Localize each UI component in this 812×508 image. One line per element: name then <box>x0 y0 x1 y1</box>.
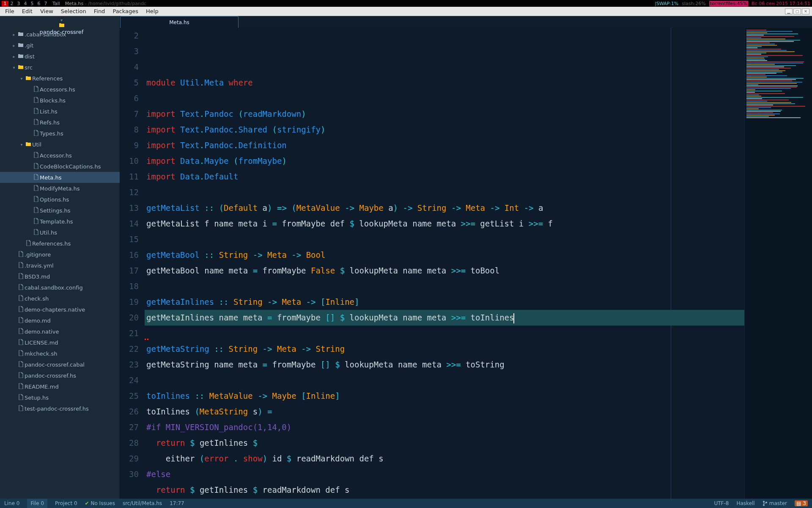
workspace-4[interactable]: 4 <box>22 1 29 6</box>
tree-item[interactable]: cabal.sandbox.config <box>0 282 120 293</box>
code-line[interactable] <box>145 373 744 388</box>
code-line[interactable]: #else <box>145 467 744 482</box>
tree-item[interactable]: References.hs <box>0 238 120 249</box>
workspace-switcher[interactable]: 1234567 <box>2 1 49 6</box>
code-line[interactable]: import Text.Pandoc.Shared (stringify) <box>145 122 744 138</box>
window-title: Meta.hs - /home/livid/github/pandc <box>65 1 146 6</box>
code-line[interactable]: return $ getInlines $ readMarkdown def s <box>145 482 744 498</box>
tree-item[interactable]: .travis.yml <box>0 260 120 271</box>
menu-bar: FileEditViewSelectionFindPackagesHelp ▁ … <box>0 7 812 16</box>
tree-item[interactable]: Util.hs <box>0 227 120 238</box>
tree-item[interactable]: CodeBlockCaptions.hs <box>0 161 120 172</box>
code-line[interactable]: getMetaBool :: String -> Meta -> Bool <box>145 247 744 263</box>
tree-item[interactable]: ▸dist <box>0 51 120 62</box>
menu-view[interactable]: View <box>37 8 57 15</box>
tree-item[interactable]: demo.md <box>0 315 120 326</box>
tree-item[interactable]: pandoc-crossref.cabal <box>0 359 120 370</box>
tree-item[interactable]: Setup.hs <box>0 392 120 403</box>
tree-item[interactable]: mkcheck.sh <box>0 348 120 359</box>
tree-item[interactable]: pandoc-crossref.hs <box>0 370 120 381</box>
tree-item[interactable]: Blocks.hs <box>0 95 120 106</box>
status-cursor-pos[interactable]: 17:77 <box>170 500 184 506</box>
code-line[interactable] <box>145 326 744 341</box>
workspace-6[interactable]: 6 <box>36 1 42 6</box>
code-line[interactable] <box>145 279 744 294</box>
tree-item[interactable]: demo-chapters.native <box>0 304 120 315</box>
project-tree[interactable]: ▾ pandoc-crossref ▸.cabal-sandbox▸.git▸d… <box>0 16 120 499</box>
code-line[interactable] <box>145 91 744 106</box>
code-line[interactable]: import Data.Maybe (fromMaybe) <box>145 153 744 169</box>
status-issues[interactable]: ✔ No Issues <box>85 500 115 506</box>
code-line[interactable]: return $ getInlines $ <box>145 435 744 451</box>
status-notifications[interactable]: ▤ 3 <box>795 500 808 506</box>
tree-item[interactable]: Options.hs <box>0 194 120 205</box>
workspace-7[interactable]: 7 <box>42 1 49 6</box>
menu-selection[interactable]: Selection <box>58 8 90 15</box>
code-line[interactable]: toInlines (MetaString s) = <box>145 404 744 420</box>
code-line[interactable] <box>145 185 744 200</box>
svg-point-0 <box>763 501 765 502</box>
status-encoding[interactable]: UTF-8 <box>714 500 729 506</box>
tree-item[interactable]: ModifyMeta.hs <box>0 183 120 194</box>
tree-item[interactable]: .gitignore <box>0 249 120 260</box>
status-git-branch[interactable]: master <box>763 500 787 507</box>
system-top-bar: 1234567 Tall Meta.hs - /home/livid/githu… <box>0 0 812 7</box>
tree-item[interactable]: ▾Util <box>0 139 120 150</box>
workspace-1[interactable]: 1 <box>2 1 8 6</box>
code-editor[interactable]: 2345678910111213141516171819202122232425… <box>120 28 812 499</box>
code-area[interactable]: module Util.Meta whereimport Text.Pandoc… <box>145 28 744 499</box>
code-line[interactable]: getMetaString :: String -> Meta -> Strin… <box>145 341 744 357</box>
close-button[interactable]: ✕ <box>802 8 809 14</box>
status-file: File 0 <box>27 499 47 508</box>
code-line[interactable]: getMetaList :: (Default a) => (MetaValue… <box>145 200 744 216</box>
menu-find[interactable]: Find <box>91 8 109 15</box>
tree-item[interactable]: ▾References <box>0 73 120 84</box>
menu-help[interactable]: Help <box>143 8 162 15</box>
workspace-5[interactable]: 5 <box>29 1 36 6</box>
tree-item[interactable]: Accessors.hs <box>0 84 120 95</box>
workspace-3[interactable]: 3 <box>15 1 22 6</box>
code-line[interactable]: #endif <box>145 498 744 499</box>
tree-item[interactable]: Template.hs <box>0 216 120 227</box>
code-line[interactable]: import Text.Pandoc.Definition <box>145 138 744 153</box>
project-root[interactable]: ▾ pandoc-crossref <box>0 18 120 29</box>
code-line[interactable]: module Util.Meta where <box>145 75 744 91</box>
menu-file[interactable]: File <box>2 8 18 15</box>
code-line[interactable]: getMetaList f name meta i = fromMaybe de… <box>145 216 744 232</box>
tree-item[interactable]: ▸.git <box>0 40 120 51</box>
tab-bar: Meta.hs <box>120 16 812 28</box>
tree-item[interactable]: Settings.hs <box>0 205 120 216</box>
code-line[interactable] <box>145 232 744 247</box>
menu-packages[interactable]: Packages <box>109 8 142 15</box>
tree-item[interactable]: Types.hs <box>0 128 120 139</box>
code-line[interactable]: import Data.Default <box>145 169 744 185</box>
code-line[interactable]: import Text.Pandoc (readMarkdown) <box>145 106 744 122</box>
tree-item[interactable]: Accessor.hs <box>0 150 120 161</box>
tree-item[interactable]: List.hs <box>0 106 120 117</box>
menu-edit[interactable]: Edit <box>19 8 36 15</box>
tree-item[interactable]: demo.native <box>0 326 120 337</box>
status-path: src/Util/Meta.hs <box>123 500 162 506</box>
code-line[interactable]: getMetaString name meta = fromMaybe [] $… <box>145 357 744 373</box>
code-line[interactable]: #if MIN_VERSION_pandoc(1,14,0) <box>145 420 744 435</box>
code-line[interactable]: getMetaInlines name meta = fromMaybe [] … <box>145 310 744 326</box>
status-language[interactable]: Haskell <box>736 500 754 506</box>
code-line[interactable]: getMetaBool name meta = fromMaybe False … <box>145 263 744 279</box>
status-bar: Line 0 File 0 Project 0 ✔ No Issues src/… <box>0 499 812 508</box>
code-line[interactable]: either (error . show) id $ readMarkdown … <box>145 451 744 467</box>
tree-item[interactable]: ▾src <box>0 62 120 73</box>
code-line[interactable]: getMetaInlines :: String -> Meta -> [Inl… <box>145 294 744 310</box>
tree-item[interactable]: README.md <box>0 381 120 392</box>
tree-item[interactable]: test-pandoc-crossref.hs <box>0 403 120 414</box>
tree-item[interactable]: Refs.hs <box>0 117 120 128</box>
tree-item[interactable]: LICENSE.md <box>0 337 120 348</box>
tree-item[interactable]: BSD3.md <box>0 271 120 282</box>
maximize-button[interactable]: ▢ <box>793 8 801 14</box>
tab-meta-hs[interactable]: Meta.hs <box>120 16 239 28</box>
minimize-button[interactable]: ▁ <box>785 8 793 14</box>
tree-item[interactable]: Meta.hs <box>0 172 120 183</box>
tree-item[interactable]: check.sh <box>0 293 120 304</box>
code-line[interactable]: toInlines :: MetaValue -> Maybe [Inline] <box>145 388 744 404</box>
workspace-2[interactable]: 2 <box>8 1 15 6</box>
minimap[interactable] <box>744 28 812 499</box>
